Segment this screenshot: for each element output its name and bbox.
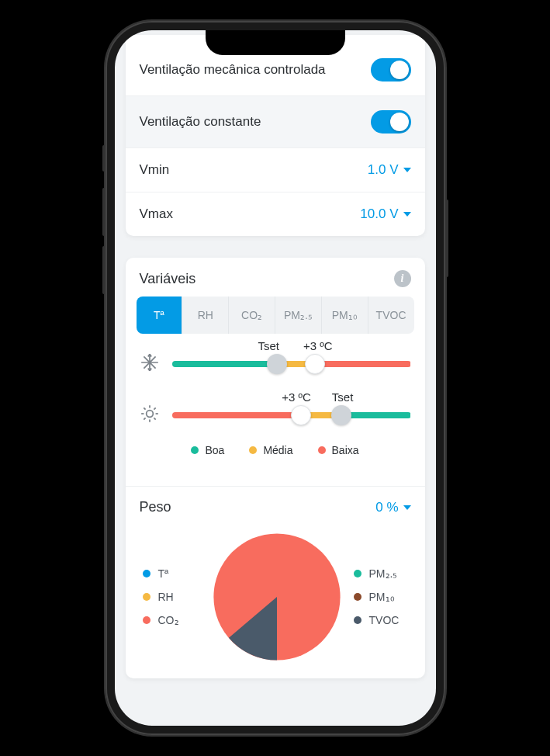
variables-header: Variáveis i	[126, 258, 425, 297]
heat-tset-label: Tset	[332, 390, 354, 404]
variable-tabs: Tª RH CO₂ PM₂.₅ PM₁₀ TVOC	[137, 297, 414, 334]
vmc-toggle[interactable]	[371, 58, 411, 81]
tab-pm10[interactable]: PM₁₀	[322, 297, 368, 334]
chevron-down-icon	[403, 505, 411, 510]
heat-slider[interactable]: +3 ºC Tset	[172, 412, 411, 418]
cool-handle-offset[interactable]	[305, 354, 325, 374]
tab-tvoc[interactable]: TVOC	[368, 297, 414, 334]
legend-co2: CO₂	[143, 614, 208, 626]
vmax-row[interactable]: Vmax 10.0 V	[126, 192, 425, 236]
chevron-down-icon	[403, 168, 411, 172]
phone-notch	[206, 30, 345, 55]
chevron-down-icon	[403, 212, 411, 217]
vmin-value: 1.0 V	[368, 162, 411, 178]
vmax-value: 10.0 V	[360, 206, 410, 222]
legend-tvoc: TVOC	[354, 614, 419, 626]
vmax-label: Vmax	[140, 206, 173, 222]
tab-co2[interactable]: CO₂	[229, 297, 275, 334]
svg-line-9	[144, 407, 145, 409]
heat-offset-label: +3 ºC	[282, 390, 311, 404]
heat-handle-tset[interactable]	[331, 405, 351, 425]
tab-pm25[interactable]: PM₂.₅	[275, 297, 322, 334]
heat-slider-row: +3 ºC Tset	[140, 404, 411, 427]
svg-point-4	[146, 411, 153, 418]
constant-vent-label: Ventilação constante	[140, 114, 261, 130]
tab-temperature[interactable]: Tª	[137, 297, 183, 334]
heat-handle-offset[interactable]	[291, 405, 311, 425]
svg-line-11	[144, 418, 145, 419]
dot-low	[318, 446, 326, 454]
peso-title: Peso	[140, 499, 171, 515]
dot-mid	[249, 446, 257, 454]
vmin-row[interactable]: Vmin 1.0 V	[126, 148, 425, 192]
legend-rh: RH	[143, 591, 208, 603]
peso-body: Tª RH CO₂ PM₂.₅ PM₁₀ TVOC	[126, 525, 425, 678]
legend-pm25: PM₂.₅	[354, 567, 419, 580]
cool-slider[interactable]: Tset +3 ºC	[172, 361, 411, 367]
tab-rh[interactable]: RH	[182, 297, 229, 334]
dot-good	[191, 446, 199, 454]
svg-line-10	[154, 418, 155, 419]
peso-legend-right: PM₂.₅ PM₁₀ TVOC	[346, 567, 419, 626]
cool-handle-tset[interactable]	[267, 354, 287, 374]
sun-icon	[140, 404, 161, 427]
vmc-label: Ventilação mecânica controlada	[140, 62, 326, 78]
peso-pie-chart	[211, 531, 343, 663]
constant-vent-row: Ventilação constante	[126, 96, 425, 148]
legend-ta: Tª	[143, 567, 208, 580]
variables-title: Variáveis	[140, 271, 196, 287]
quality-legend: Boa Média Baixa	[140, 441, 411, 472]
cool-slider-row: Tset +3 ºC	[140, 352, 411, 376]
info-icon[interactable]: i	[394, 270, 411, 287]
svg-line-12	[154, 407, 155, 409]
cool-tset-label: Tset	[258, 339, 279, 352]
cool-offset-label: +3 ºC	[303, 339, 333, 352]
peso-header[interactable]: Peso 0 %	[126, 487, 425, 525]
peso-value: 0 %	[375, 500, 410, 515]
vmin-label: Vmin	[140, 162, 170, 178]
snowflake-icon	[140, 352, 161, 376]
constant-vent-toggle[interactable]	[371, 110, 411, 134]
legend-pm10: PM₁₀	[354, 591, 419, 603]
variables-card: Variáveis i Tª RH CO₂ PM₂.₅ PM₁₀ TVOC	[126, 258, 425, 678]
peso-legend-left: Tª RH CO₂	[132, 567, 208, 626]
ventilation-settings-card: Ventilação mecânica controlada Ventilaçã…	[126, 35, 425, 236]
